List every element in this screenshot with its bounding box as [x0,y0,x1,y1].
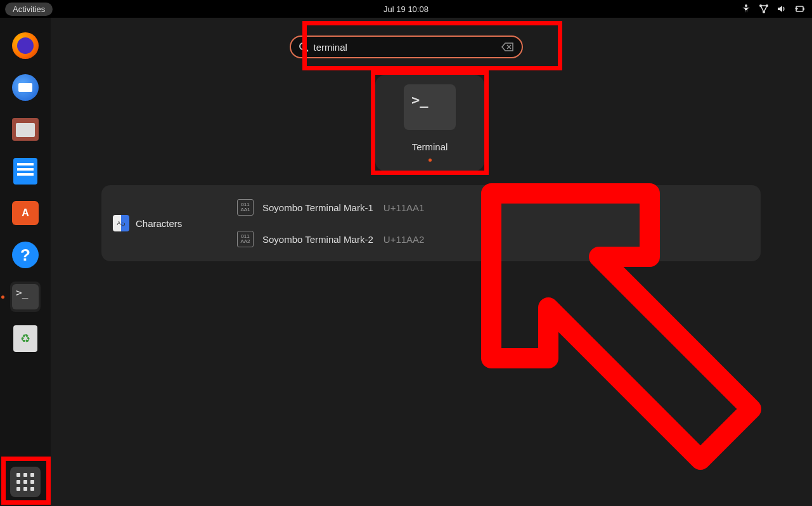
search-icon [299,42,309,52]
clear-search-icon[interactable] [501,42,514,52]
glyph-icon: 011AA2 [237,231,254,247]
search-bar[interactable] [290,36,523,58]
top-bar: Activities Jul 19 10:08 [0,0,812,18]
show-applications-button[interactable] [10,467,41,497]
terminal-icon: >_ [12,284,39,309]
glyph-icon: 011AA1 [237,199,254,216]
character-result-name: Soyombo Terminal Mark-1 [262,202,373,213]
dock-files[interactable] [10,114,41,145]
writer-icon [13,158,37,185]
character-result-row[interactable]: 011AA2 Soyombo Terminal Mark-2 U+11AA2 [228,224,754,254]
dock-trash[interactable] [10,323,41,354]
trash-icon [13,325,37,352]
running-indicator-icon [429,159,432,162]
volume-icon[interactable] [777,4,787,14]
software-icon [12,201,39,225]
clock[interactable]: Jul 19 10:08 [383,4,429,14]
svg-rect-5 [803,8,804,10]
dock-firefox[interactable] [10,30,41,61]
dock-libreoffice-writer[interactable] [10,156,41,186]
character-result-name: Soyombo Terminal Mark-2 [262,234,373,245]
characters-section-header[interactable]: Aن Characters [101,190,222,256]
dock-thunderbird[interactable] [10,72,41,103]
battery-icon[interactable] [794,4,806,14]
dock: ? >_ [0,18,51,506]
firefox-icon [12,32,39,59]
search-input[interactable] [314,42,501,53]
svg-point-0 [745,4,747,7]
characters-app-icon: Aن [113,215,129,231]
app-result-label: Terminal [412,141,448,152]
dock-help[interactable]: ? [10,240,41,270]
accessibility-icon[interactable] [741,4,751,14]
files-icon [12,118,39,141]
characters-results-panel: Aن Characters 011AA1 Soyombo Terminal Ma… [101,185,761,261]
system-tray[interactable] [741,4,806,14]
thunderbird-icon [12,74,39,101]
help-icon: ? [12,242,39,268]
character-result-row[interactable]: 011AA1 Soyombo Terminal Mark-1 U+11AA1 [228,193,754,222]
app-result-terminal[interactable]: >_ Terminal [375,75,484,171]
character-result-code: U+11AA1 [383,202,425,213]
characters-header-label: Characters [136,218,182,229]
dock-terminal[interactable]: >_ [10,282,41,312]
character-result-code: U+11AA2 [383,234,425,245]
activities-button[interactable]: Activities [5,3,53,16]
dock-ubuntu-software[interactable] [10,198,41,228]
svg-point-6 [300,43,306,49]
terminal-app-icon: >_ [404,84,456,130]
network-icon[interactable] [759,4,769,14]
